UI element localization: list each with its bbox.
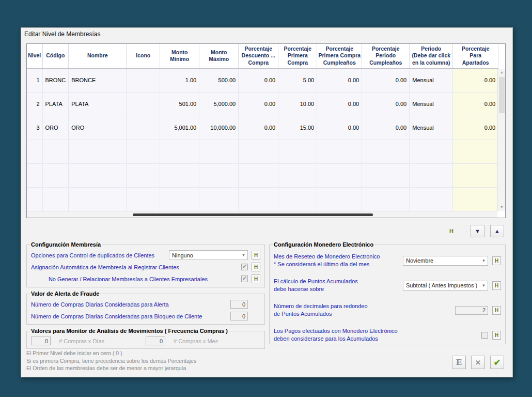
grid-cell[interactable] [362,187,410,211]
grid-cell[interactable] [127,92,160,116]
export-excel-button[interactable]: E [452,356,466,369]
grid-cell[interactable]: 500.00 [199,68,239,92]
grid-cell[interactable] [278,140,317,163]
grid-cell[interactable] [362,140,410,163]
grid-column-header[interactable]: Porcentaje Primera Compra [278,44,317,68]
grid-cell[interactable]: 5,001.00 [160,116,199,140]
grid-cell[interactable]: 0.00 [453,116,498,140]
grid-cell[interactable]: PLATA [69,92,127,116]
grid-column-header[interactable]: Porcentaje Para Apartados [453,44,498,68]
table-row[interactable] [27,187,498,211]
grid-cell[interactable] [127,116,160,140]
h-button[interactable]: H [492,306,501,315]
grid-column-header[interactable]: Porcentaje Periodo Cumpleaños [362,44,410,68]
move-row-up-button[interactable] [490,225,504,237]
grid-cell[interactable] [127,187,160,211]
auto-asignacion-checkbox[interactable] [241,264,248,270]
grid-column-header[interactable]: Porcentaje Descuento ... Compra [239,44,278,68]
grid-cell[interactable] [160,140,199,163]
grid-column-header[interactable]: Monto Máximo [199,44,239,68]
table-row[interactable]: 1BRONCBRONCE1.00500.000.005.000.000.00Me… [27,68,498,92]
grid-cell[interactable] [69,140,127,163]
vertical-scrollbar[interactable] [497,69,505,211]
grid-cell[interactable]: 0.00 [362,116,410,140]
grid-cell[interactable]: 0.00 [317,68,362,92]
move-row-down-button[interactable] [471,225,484,237]
grid-cell[interactable] [127,163,160,187]
grid-cell[interactable] [160,163,199,187]
grid-cell[interactable] [27,187,42,211]
grid-cell[interactable] [410,163,453,187]
grid-cell[interactable]: Mensual [410,116,453,140]
grid-cell[interactable] [278,163,317,187]
grid-cell[interactable]: 3 [27,116,42,140]
grid-cell[interactable] [160,187,199,211]
grid-cell[interactable]: 0.00 [239,68,278,92]
duplicados-select[interactable]: Ninguno [169,250,248,260]
grid-column-header[interactable]: Código [42,44,69,68]
grid-column-header[interactable]: Icono [127,44,160,68]
h-button[interactable]: H [252,263,260,271]
bloqueo-input[interactable] [230,312,248,320]
horizontal-scrollbar[interactable] [27,211,497,218]
grid-cell[interactable]: BRONC [42,68,69,92]
grid-cell[interactable]: 1.00 [160,68,199,92]
grid-cell[interactable] [239,187,278,211]
cancel-button[interactable]: ✕ [471,356,485,369]
grid-cell[interactable] [317,140,362,163]
compras-dias-input[interactable] [31,337,51,345]
grid-cell[interactable] [410,140,453,163]
grid-cell[interactable] [199,140,239,163]
grid-column-header[interactable]: Nombre [69,44,127,68]
grid-cell[interactable] [239,163,278,187]
grid-column-header[interactable]: Porcentaje Primera Compra Cumpleaños [317,44,362,68]
grid-cell[interactable]: 5.00 [278,68,317,92]
grid-cell[interactable] [127,68,160,92]
grid-cell[interactable] [278,187,317,211]
h-button[interactable]: H [492,331,501,340]
grid-cell[interactable] [239,140,278,163]
grid-cell[interactable]: 501.00 [160,92,199,116]
grid-cell[interactable] [27,140,42,163]
accept-button[interactable]: ✔ [490,356,504,369]
grid-cell[interactable] [42,187,69,211]
h-button[interactable]: H [252,274,260,283]
grid-cell[interactable] [362,163,410,187]
grid-cell[interactable] [69,187,127,211]
grid-cell[interactable]: 15.00 [278,116,317,140]
grid-column-header[interactable]: Periodo (Debe dar click en la columna) [410,44,453,68]
grid-cell[interactable] [127,140,160,163]
grid-cell[interactable] [27,163,42,187]
grid-cell[interactable] [453,187,498,211]
h-button[interactable]: H [492,281,501,290]
table-row[interactable] [27,163,498,187]
table-row[interactable]: 3OROORO5,001.0010,000.000.0015.000.000.0… [27,116,498,140]
grid-cell[interactable]: 1 [27,68,42,92]
grid-column-header[interactable]: Monto Mínimo [160,44,199,68]
reset-month-select[interactable]: Noviembre [403,256,488,266]
grid-cell[interactable]: Mensual [410,68,453,92]
grid-cell[interactable]: 10.00 [278,92,317,116]
grid-cell[interactable] [42,163,69,187]
horizontal-scroll-thumb[interactable] [133,213,373,216]
wallet-payments-checkbox[interactable] [481,332,488,339]
grid-cell[interactable]: 0.00 [317,92,362,116]
grid-cell[interactable]: 0.00 [453,92,498,116]
grid-cell[interactable]: 2 [27,92,42,116]
grid-cell[interactable]: 0.00 [317,116,362,140]
grid-cell[interactable]: Mensual [410,92,453,116]
grid-cell[interactable] [317,163,362,187]
grid-cell[interactable] [69,163,127,187]
grid-cell[interactable]: 0.00 [362,92,410,116]
grid-cell[interactable]: BRONCE [69,68,127,92]
grid-cell[interactable]: 0.00 [453,68,498,92]
grid-cell[interactable]: ORO [69,116,127,140]
compras-mes-input[interactable] [146,337,165,345]
no-generar-checkbox[interactable] [241,276,248,282]
table-row[interactable] [27,140,498,163]
grid-column-header[interactable]: Nivel [27,44,42,68]
grid-cell[interactable]: 0.00 [239,92,278,116]
h-button[interactable]: H [252,251,260,259]
h-button[interactable]: H [492,256,501,265]
grid-cell[interactable]: 0.00 [362,68,410,92]
